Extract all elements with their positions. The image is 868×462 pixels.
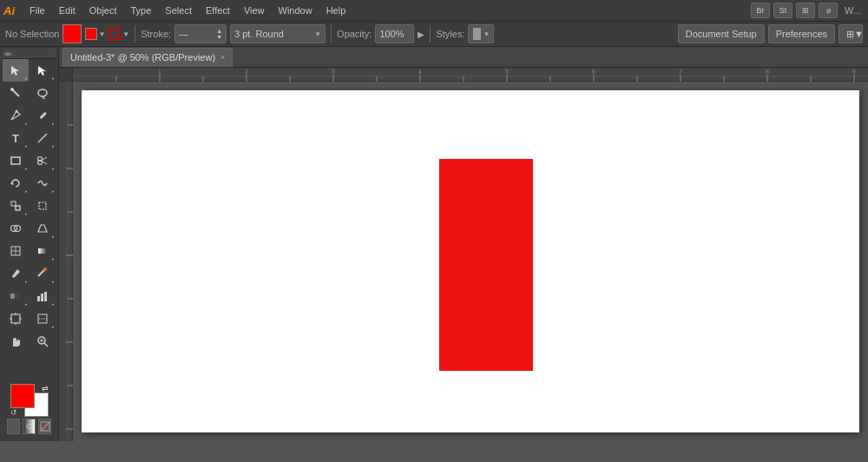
perspective-tool[interactable]: ▸	[30, 217, 56, 240]
warp-tool[interactable]: ▸	[30, 172, 56, 195]
toolbar-right: Document Setup Preferences ⊞▼	[678, 24, 863, 43]
svg-text:9: 9	[852, 69, 856, 75]
rotate-tool[interactable]: ▸	[3, 172, 29, 195]
svg-text:4: 4	[418, 69, 422, 75]
menu-view[interactable]: View	[238, 3, 271, 17]
main-area: ◀▶ ▸ ▸ ▸	[0, 47, 868, 441]
canvas-area[interactable]: 1 2 3 4 5 6 7 8	[59, 68, 868, 441]
menu-right: Br St ⊞ ⌀ W...	[751, 3, 865, 18]
styles-label: Styles:	[436, 29, 464, 39]
workspace-arrange-btn[interactable]: ⊞▼	[838, 24, 863, 43]
gradient-mode-btn[interactable]: G	[23, 419, 36, 434]
line-tool[interactable]: ▸	[30, 127, 56, 149]
hand-tool[interactable]	[3, 330, 29, 353]
menu-effect[interactable]: Effect	[200, 3, 236, 17]
opacity-input[interactable]: 100%	[375, 24, 414, 43]
rectangle-tool[interactable]: ▸	[3, 149, 29, 172]
mesh-tool[interactable]	[3, 240, 29, 262]
toolbar: No Selection ▼ ▼ Stroke: — ▲ ▼ 3 pt. Rou…	[0, 21, 868, 47]
svg-line-42	[41, 422, 49, 431]
svg-text:8: 8	[766, 69, 769, 75]
stroke-style-label: 3 pt. Round	[234, 29, 284, 39]
tab-close-button[interactable]: ×	[220, 53, 225, 62]
type-tool[interactable]: T ▸	[3, 127, 29, 149]
toolbox-ruler: ◀▶	[2, 49, 56, 59]
stroke-input[interactable]: — ▲ ▼	[174, 24, 227, 43]
svg-rect-29	[44, 292, 47, 301]
stroke-style-dropdown[interactable]: 3 pt. Round ▼	[230, 24, 326, 43]
document-tab[interactable]: Untitled-3* @ 50% (RGB/Preview) ×	[62, 48, 233, 67]
sync-button[interactable]: ⌀	[819, 3, 838, 18]
opacity-value: 100%	[379, 29, 404, 39]
workspace-label: W...	[841, 5, 865, 16]
svg-rect-7	[39, 112, 46, 119]
color-mode-row: G	[5, 417, 53, 436]
fill-color-swatch[interactable]	[62, 24, 82, 43]
svg-rect-16	[16, 206, 20, 210]
menu-edit[interactable]: Edit	[53, 3, 82, 17]
menu-type[interactable]: Type	[125, 3, 158, 17]
gradient-tool[interactable]: ▸	[30, 240, 56, 262]
svg-rect-25	[10, 294, 15, 299]
menu-help[interactable]: Help	[320, 3, 352, 17]
separator-3	[430, 25, 431, 43]
svg-line-38	[44, 343, 48, 346]
document-canvas[interactable]	[82, 90, 859, 432]
svg-marker-0	[11, 66, 19, 76]
direct-selection-tool[interactable]: ▸	[30, 59, 56, 82]
stroke-indicator: ▼	[108, 28, 129, 40]
svg-text:3: 3	[332, 69, 335, 75]
measure-tool[interactable]: ▸	[30, 262, 56, 285]
menu-object[interactable]: Object	[83, 3, 123, 17]
fill-color-dropdown[interactable]: ▼	[85, 28, 105, 40]
no-fill-mode-btn[interactable]	[38, 419, 51, 434]
color-swatch-area: ⇄ ↺	[10, 384, 49, 417]
pen-tool[interactable]: ▸	[3, 104, 29, 127]
selection-tool[interactable]: ▸	[3, 59, 29, 82]
svg-rect-17	[39, 202, 46, 209]
reset-colors-icon[interactable]: ↺	[10, 408, 17, 417]
svg-rect-28	[41, 294, 43, 301]
eyedropper-tool[interactable]: ▸	[3, 262, 29, 285]
menu-file[interactable]: File	[23, 3, 51, 17]
app-logo: Ai	[3, 4, 15, 17]
tool-row-4: T ▸ ▸	[2, 127, 56, 149]
magic-wand-tool[interactable]	[3, 82, 29, 104]
free-transform-tool[interactable]	[30, 195, 56, 217]
tool-row-6: ▸ ▸	[2, 172, 56, 195]
lasso-tool[interactable]	[30, 82, 56, 104]
tab-title: Untitled-3* @ 50% (RGB/Preview)	[70, 52, 215, 63]
stock-button[interactable]: St	[773, 3, 792, 18]
preferences-btn[interactable]: Preferences	[768, 24, 835, 43]
svg-rect-9	[11, 157, 20, 164]
document-setup-btn[interactable]: Document Setup	[678, 24, 765, 43]
svg-rect-26	[16, 294, 21, 299]
menu-window[interactable]: Window	[273, 3, 319, 17]
shape-builder-tool[interactable]	[3, 217, 29, 240]
opacity-more-btn[interactable]: ▶	[418, 30, 424, 39]
svg-text:2: 2	[245, 69, 248, 75]
scale-tool[interactable]: ▸	[3, 195, 29, 217]
separator-1	[135, 25, 135, 43]
artboard-tool[interactable]	[3, 307, 29, 330]
foreground-color-swatch[interactable]	[10, 384, 35, 408]
svg-point-4	[38, 89, 47, 96]
scissors-tool[interactable]: ▸	[30, 149, 56, 172]
blend-tool[interactable]: ▸	[3, 285, 29, 307]
bridge-button[interactable]: Br	[751, 3, 770, 18]
column-graph-tool[interactable]: ▸	[30, 285, 56, 307]
slice-tool[interactable]: ▸	[30, 307, 56, 330]
menu-select[interactable]: Select	[159, 3, 198, 17]
solid-color-mode-btn[interactable]	[7, 419, 20, 434]
styles-dropdown[interactable]: ▼	[468, 24, 494, 43]
zoom-tool[interactable]	[30, 330, 56, 353]
svg-text:5: 5	[505, 69, 509, 75]
workspace-button[interactable]: ⊞	[796, 3, 815, 18]
svg-text:7: 7	[679, 69, 682, 75]
pencil-tool[interactable]: ▸	[30, 104, 56, 127]
red-rectangle[interactable]	[439, 159, 533, 371]
swap-colors-icon[interactable]: ⇄	[42, 384, 49, 393]
tool-row-8: ▸	[2, 217, 56, 240]
selection-label: No Selection	[5, 29, 59, 39]
horizontal-ruler: 1 2 3 4 5 6 7 8	[73, 68, 868, 82]
